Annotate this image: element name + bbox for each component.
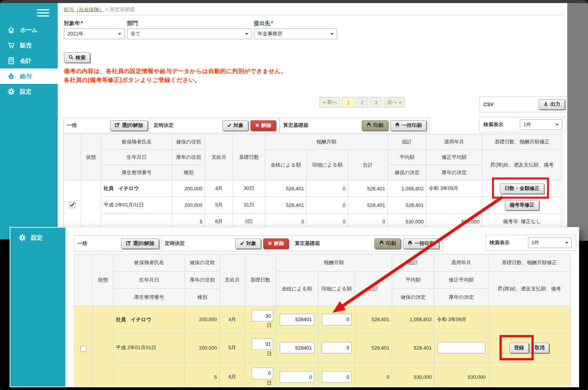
register-button[interactable]: 登録	[509, 343, 529, 353]
month-cell: 4月	[220, 306, 245, 333]
search-button[interactable]: 検索	[64, 52, 90, 63]
row-checkbox-checked[interactable]	[69, 202, 75, 208]
month-cell: 5月	[205, 197, 233, 213]
in-kind-amount-input[interactable]	[322, 371, 352, 383]
base-days-input[interactable]	[252, 338, 273, 350]
sidebar-item-settings[interactable]: 設定	[14, 230, 43, 245]
filter-label-destination: 提出先*	[254, 20, 273, 27]
check-icon	[227, 123, 232, 128]
batch-print-button[interactable]: 一括印刷	[403, 238, 439, 249]
apply-ym-cell: 令和 3年09月	[426, 180, 482, 197]
cash-input-cell	[276, 363, 318, 387]
header-fix-col2: 昇(降)給、遡及支払額、備考	[488, 272, 571, 306]
edit-square-icon	[126, 240, 131, 247]
header-kounen-prev: 厚年の従前	[172, 150, 205, 165]
sidebar-item-accounting[interactable]: 会計	[0, 53, 58, 68]
header-status: 状態	[81, 134, 101, 180]
average-cell: 528,401	[388, 197, 426, 213]
header-total: 合計	[348, 150, 388, 180]
edit-square-icon	[115, 122, 120, 128]
cash-cell: 528,401	[265, 197, 307, 213]
cash-amount-input[interactable]	[280, 371, 314, 383]
display-count-label: 検索表示	[483, 121, 520, 128]
target-button[interactable]: 対象	[235, 238, 261, 249]
grand-total-cell: 1,056,802	[388, 180, 426, 197]
breadcrumb-current: 算定基礎届	[110, 7, 135, 12]
gear-icon	[18, 233, 27, 242]
target-button[interactable]: 対象	[222, 120, 248, 131]
santei-group: 算定基礎届 印刷 一括印刷	[291, 235, 443, 252]
sidebar-item-sales[interactable]: 販売	[0, 38, 58, 53]
warning-line-2: 各社員の[備考等修正]ボタンよりご登録ください。	[64, 77, 201, 84]
action-cell	[488, 306, 571, 333]
warning-line-1: 備考の内容は、各社員の設定情報や給与データからは自動的に判別ができません。	[64, 68, 287, 75]
header-kenpo-prev: 健保の従前	[185, 254, 220, 272]
table-row: 社員 イチロウ 200,000 4月 30日 528,401 0 528,401…	[64, 180, 562, 197]
pagination-next[interactable]: 次へ »	[384, 97, 405, 108]
header-kounen-decision: 厚年の決定	[426, 165, 482, 180]
birth-cell: 平成 2年01月01日	[114, 333, 185, 363]
header-row: 生年月日 厚年の従前 金銭による額 現物による額 合計 平均額 修正平均額 昇(…	[64, 150, 562, 165]
in-kind-input-cell	[318, 333, 355, 363]
header-type: 種別	[185, 289, 220, 306]
row-checkbox-unchecked[interactable]	[80, 346, 87, 352]
status-cell	[81, 180, 101, 230]
destination-select[interactable]: 年金事務所	[254, 28, 337, 39]
breadcrumb-parent-link[interactable]: 給与（社会保険）	[64, 7, 104, 12]
sidebar-item-label: 販売	[20, 42, 32, 49]
fixed-average-input[interactable]	[438, 342, 485, 353]
sidebar-item-home[interactable]: ホーム	[0, 22, 58, 38]
moneybag-icon: ¥	[7, 72, 15, 80]
header-row: 状態 被保険者氏名 健保の従前 支給月 基礎日数 報酬月額 総計 適用年月 基礎…	[74, 254, 571, 272]
days-amount-fix-button[interactable]: 日数・金額修正	[500, 183, 544, 194]
header-base-days: 基礎日数	[233, 134, 265, 180]
kounen-decision-cell: 530,000	[434, 363, 488, 387]
target-year-select[interactable]: 2021年	[64, 28, 125, 39]
base-days-input[interactable]	[252, 310, 273, 322]
display-count-select[interactable]: 1件	[528, 237, 572, 248]
header-kenpo-prev: 健保の従前	[172, 134, 205, 150]
in-kind-amount-input[interactable]	[322, 342, 352, 353]
printer-icon	[366, 122, 371, 128]
select-clear-button[interactable]: 選択/解除	[110, 120, 148, 131]
display-count-select[interactable]: 1件	[520, 119, 562, 130]
note-fix-button[interactable]: 備考等修正	[505, 200, 539, 210]
department-select[interactable]: 全て	[127, 28, 252, 39]
menu-toggle-button[interactable]	[37, 9, 50, 18]
pagination-page-3[interactable]: 3	[370, 97, 382, 108]
chevron-down-icon	[245, 33, 248, 35]
display-count-label: 検索表示	[489, 239, 528, 246]
pagination-page-1[interactable]: 1	[342, 97, 354, 108]
svg-text:¥: ¥	[10, 75, 12, 79]
day-unit-label: 日	[267, 322, 273, 329]
in-kind-amount-input[interactable]	[322, 314, 352, 325]
sidebar-item-label: 会計	[20, 57, 32, 65]
csv-output-button[interactable]: 出力	[539, 99, 565, 110]
cancel-button[interactable]: 取消	[530, 343, 549, 353]
day-unit-label: 日	[267, 380, 273, 387]
window-top-edge	[0, 0, 588, 3]
cash-amount-input[interactable]	[280, 314, 314, 325]
batch-group: 一括 選択/解除	[74, 235, 162, 252]
header-grand-total: 総計	[388, 134, 426, 150]
header-total: 合計	[355, 272, 392, 306]
kenpo-prev-cell: 200,000	[172, 180, 205, 197]
pagination-prev[interactable]: « 前へ	[319, 97, 341, 108]
sidebar-item-payroll[interactable]: ¥ 給与	[0, 68, 58, 84]
breadcrumb-separator: >	[105, 7, 109, 12]
header-fixed-avg: 修正平均額	[434, 272, 488, 289]
base-days-input[interactable]	[252, 368, 273, 379]
select-clear-button[interactable]: 選択/解除	[121, 238, 159, 249]
print-button[interactable]: 印刷	[374, 238, 401, 249]
release-button[interactable]: 解除	[263, 238, 289, 249]
header-average: 平均額	[388, 150, 426, 165]
days-input-cell: 日	[245, 333, 276, 363]
print-button[interactable]: 印刷	[362, 120, 388, 131]
kenpo-prev-cell: 200,000	[185, 306, 220, 333]
batch-print-button[interactable]: 一括印刷	[390, 120, 426, 131]
sidebar-item-settings[interactable]: 設定	[0, 84, 58, 99]
cash-input-cell	[276, 333, 318, 363]
cash-amount-input[interactable]	[280, 342, 314, 353]
pagination-page-2[interactable]: 2	[356, 97, 368, 108]
release-button[interactable]: 解除	[251, 120, 276, 131]
